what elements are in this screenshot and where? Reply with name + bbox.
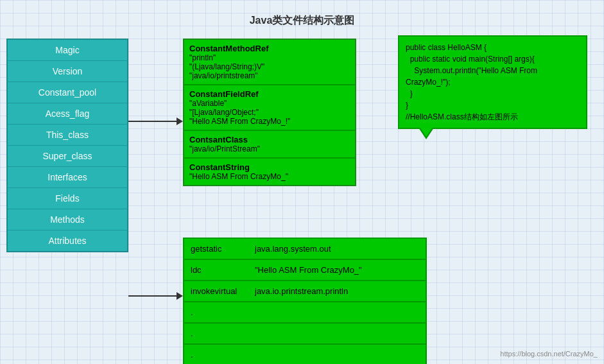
class-row-attributes: Attributes [8, 230, 127, 251]
cp-string-title: ConstantString [189, 162, 350, 172]
bc-op-invoke: java.io.printstream.println [255, 286, 419, 296]
cp-methodref-title: ConstantMethodRef [189, 44, 350, 53]
arrow-constant-pool [128, 117, 183, 125]
class-row-methods: Methods [8, 209, 127, 230]
bc-instr-getstatic: getstatic [191, 244, 255, 254]
cp-class-v1: "java/io/PrintStream" [189, 144, 350, 153]
bc-row-dot1: . [184, 302, 426, 324]
bc-row-dot3: . [184, 345, 426, 364]
cp-methodref-v3: "java/io/printstream" [189, 71, 350, 80]
cp-methodref-v1: "println" [189, 53, 350, 62]
bc-instr-ldc: ldc [191, 265, 255, 275]
cp-fieldref-v1: "aVariable" [189, 99, 350, 108]
class-row-this-class: This_class [8, 125, 127, 146]
cp-fieldref-v2: "[Ljava/lang/Object;" [189, 108, 350, 117]
page-title: Java类文件结构示意图 [0, 6, 604, 33]
class-row-constant-pool: Constant_pool [8, 82, 127, 103]
code-line-5: } [406, 100, 580, 111]
cp-fieldref-v3: "Hello ASM From CrazyMo_!" [189, 117, 350, 126]
bc-row-getstatic: getstatic java.lang.system.out [184, 239, 426, 260]
bc-op-ldc: "Hello ASM From CrazyMo_" [255, 265, 419, 275]
bc-row-invokevirtual: invokevirtual java.io.printstream.printl… [184, 281, 426, 302]
code-line-2: public static void main(String[] args){ [406, 53, 580, 65]
class-row-version: Version [8, 61, 127, 82]
code-line-4: } [406, 88, 580, 100]
constant-pool-box: ConstantMethodRef "println" "(Ljava/lang… [183, 39, 356, 186]
bc-instr-invoke: invokevirtual [191, 286, 255, 296]
class-row-magic: Magic [8, 40, 127, 61]
cp-section-fieldref: ConstantFieldRef "aVariable" "[Ljava/lan… [184, 85, 355, 131]
cp-section-class: ContsantClass "java/io/PrintStream" [184, 131, 355, 159]
class-structure-box: Magic Version Constant_pool Acess_flag T… [6, 39, 128, 252]
bc-dot1: . [191, 308, 255, 317]
bc-row-ldc: ldc "Hello ASM From CrazyMo_" [184, 260, 426, 281]
bytecode-box: getstatic java.lang.system.out ldc "Hell… [183, 238, 427, 364]
cp-string-v1: "Hello ASM From CrazyMo_" [189, 172, 350, 181]
bc-dot3: . [191, 350, 255, 360]
class-row-super-class: Super_class [8, 146, 127, 167]
cp-fieldref-title: ConstantFieldRef [189, 89, 350, 99]
class-row-fields: Fields [8, 188, 127, 209]
code-line-3: System.out.println("Hello ASM From Crazy… [406, 65, 580, 88]
code-line-1: public class HelloASM { [406, 42, 580, 53]
cp-section-string: ConstantString "Hello ASM From CrazyMo_" [184, 159, 355, 185]
bc-row-dot2: . [184, 324, 426, 345]
arrow-methods [128, 292, 183, 300]
class-row-interfaces: Interfaces [8, 167, 127, 188]
cp-methodref-v2: "(Ljava/lang/String;)V" [189, 62, 350, 71]
cp-class-title: ContsantClass [189, 135, 350, 144]
class-row-access-flag: Acess_flag [8, 103, 127, 125]
bc-op-getstatic: java.lang.system.out [255, 244, 419, 254]
code-comment-box: public class HelloASM { public static vo… [398, 35, 587, 129]
cp-section-methodref: ConstantMethodRef "println" "(Ljava/lang… [184, 40, 355, 85]
bc-dot2: . [191, 329, 255, 338]
watermark: https://blog.csdn.net/CrazyMo_ [500, 350, 598, 358]
code-line-6: //HelloASM.class结构如左图所示 [406, 111, 580, 123]
